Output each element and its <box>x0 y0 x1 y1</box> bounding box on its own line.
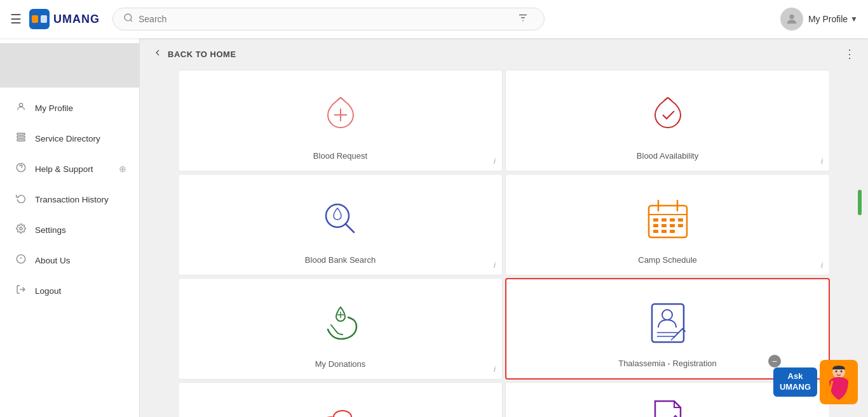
blood-availability-icon <box>649 96 687 134</box>
service-directory-icon <box>15 132 27 145</box>
svg-rect-1 <box>32 15 38 23</box>
svg-point-57 <box>841 371 843 373</box>
chevron-down-icon: ▼ <box>850 15 858 23</box>
card-info-icon-0: i <box>494 156 496 166</box>
service-card-camp-schedule[interactable]: Camp Schedule i <box>505 174 830 275</box>
sidebar-item-my-profile-label: My Profile <box>35 103 126 113</box>
card-blood-availability-label: Blood Availability <box>637 151 698 161</box>
hamburger-menu-icon[interactable]: ☰ <box>10 11 22 27</box>
card-blood-bank-search-label: Blood Bank Search <box>305 255 376 265</box>
service-card-blood-availability[interactable]: Blood Availability i <box>505 70 830 171</box>
sidebar-item-transaction-label: Transaction History <box>35 195 126 204</box>
blood-bank-search-icon <box>318 197 363 241</box>
service-card-blood-cells[interactable] <box>178 382 503 417</box>
svg-rect-34 <box>670 224 675 227</box>
svg-point-56 <box>836 371 837 373</box>
thalassemia-registration-icon <box>647 301 688 345</box>
card-my-donations-label: My Donations <box>315 359 365 369</box>
avatar <box>780 8 803 30</box>
card-info-icon-2: i <box>494 260 496 270</box>
svg-line-45 <box>674 329 682 338</box>
camp-schedule-icon-area <box>646 190 690 248</box>
my-donations-icon-area <box>318 294 363 352</box>
card-info-icon-1: i <box>821 156 823 166</box>
svg-rect-28 <box>653 218 658 222</box>
sidebar-item-settings[interactable]: Settings <box>0 215 139 245</box>
ask-umang-widget[interactable]: − Ask UMANG <box>773 360 858 404</box>
card-blood-request-label: Blood Request <box>313 151 367 161</box>
sidebar-item-settings-label: Settings <box>35 225 126 235</box>
sidebar-item-service-directory[interactable]: Service Directory <box>0 123 139 154</box>
sidebar-item-logout-label: Logout <box>35 286 126 296</box>
svg-line-23 <box>346 224 354 232</box>
logout-icon <box>15 284 27 297</box>
svg-rect-2 <box>41 15 47 23</box>
svg-rect-12 <box>17 139 25 141</box>
camp-schedule-icon <box>646 198 690 239</box>
blood-cells-icon <box>318 403 363 418</box>
card-info-icon-3: i <box>821 260 823 270</box>
header-right: My Profile ▼ <box>780 8 858 30</box>
svg-point-9 <box>19 103 22 107</box>
expand-icon: ⊕ <box>119 164 126 174</box>
sidebar: My Profile Service Directory Help & Supp… <box>0 38 140 417</box>
back-to-home-bar[interactable]: BACK TO HOME ⋮ <box>140 38 868 70</box>
ask-umang-avatar <box>820 360 858 404</box>
profile-button[interactable]: My Profile ▼ <box>780 8 858 30</box>
svg-rect-38 <box>670 230 675 233</box>
umang-logo-icon <box>29 9 50 29</box>
card-camp-schedule-label: Camp Schedule <box>638 255 697 265</box>
service-card-blood-bank-search[interactable]: Blood Bank Search i <box>178 174 503 275</box>
sidebar-item-my-profile[interactable]: My Profile <box>0 93 139 123</box>
sidebar-item-service-directory-label: Service Directory <box>35 134 126 143</box>
blood-availability-icon-area <box>649 86 687 143</box>
svg-rect-11 <box>17 136 25 138</box>
sidebar-item-about-label: About Us <box>35 256 126 265</box>
blood-request-icon-area <box>322 86 360 143</box>
thalassemia-registration-icon-area <box>647 295 688 351</box>
svg-point-8 <box>789 15 794 19</box>
svg-point-3 <box>125 14 132 21</box>
filter-icon[interactable] <box>512 12 534 26</box>
svg-rect-30 <box>670 218 675 222</box>
svg-point-49 <box>334 411 351 418</box>
sidebar-item-about-us[interactable]: About Us <box>0 245 139 275</box>
svg-rect-32 <box>653 224 658 227</box>
search-container <box>112 8 545 30</box>
ask-umang-badge: Ask UMANG <box>773 367 817 397</box>
sidebar-item-logout[interactable]: Logout <box>0 275 139 306</box>
service-card-my-donations[interactable]: My Donations i <box>178 278 503 380</box>
document-edit-icon-area <box>650 398 685 417</box>
scroll-accent-bar <box>858 190 862 215</box>
profile-label: My Profile <box>808 14 848 24</box>
card-thalassemia-label: Thalassemia - Registration <box>618 359 717 368</box>
search-input[interactable] <box>139 14 512 24</box>
search-icon <box>123 13 133 25</box>
service-card-blood-request[interactable]: Blood Request i <box>178 70 503 171</box>
sidebar-item-help-support[interactable]: Help & Support ⊕ <box>0 154 139 184</box>
main-content: BACK TO HOME ⋮ Blood Request i <box>140 38 868 417</box>
app-header: ☰ UMANG My Profile ▼ <box>0 0 868 38</box>
logo-area: UMANG <box>29 9 100 29</box>
cards-grid: Blood Request i Blood Availability i <box>140 70 868 417</box>
logo-text: UMANG <box>53 13 100 26</box>
help-icon <box>15 162 27 175</box>
blood-cells-icon-area <box>318 398 363 417</box>
back-to-home-label: BACK TO HOME <box>168 50 236 59</box>
minimize-button[interactable]: − <box>768 355 781 367</box>
svg-rect-10 <box>17 133 25 135</box>
settings-icon <box>15 223 27 236</box>
svg-line-4 <box>130 20 132 22</box>
card-info-icon-4: i <box>494 364 496 374</box>
back-arrow-icon <box>153 48 163 60</box>
svg-rect-29 <box>661 218 667 222</box>
info-icon <box>15 254 27 267</box>
person-icon <box>15 102 27 114</box>
sidebar-item-transaction-history[interactable]: Transaction History <box>0 184 139 215</box>
svg-rect-37 <box>661 230 667 233</box>
svg-rect-35 <box>678 224 683 227</box>
body-area: My Profile Service Directory Help & Supp… <box>0 38 868 417</box>
three-dots-icon[interactable]: ⋮ <box>844 47 855 61</box>
svg-rect-31 <box>678 218 683 222</box>
svg-line-46 <box>682 329 685 331</box>
